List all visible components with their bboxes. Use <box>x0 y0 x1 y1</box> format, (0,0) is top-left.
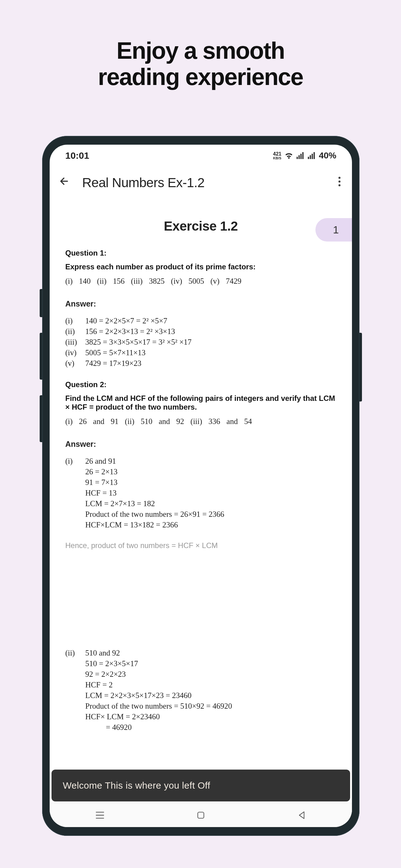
answer-2-ii-l5: Product of the two numbers = 510×92 = 46… <box>85 702 336 711</box>
document-content[interactable]: Exercise 1.2 Question 1: Express each nu… <box>49 200 352 827</box>
answer-1-ii: (ii)156 = 2×2×3×13 = 2² ×3×13 <box>65 327 336 336</box>
signal-icon <box>296 152 304 159</box>
answer-2-i-l1: 26 = 2×13 <box>85 467 336 476</box>
answer-1-iii: (iii)3825 = 3×3×5×5×17 = 3² ×5² ×17 <box>65 338 336 346</box>
svg-point-2 <box>338 184 341 186</box>
exercise-title: Exercise 1.2 <box>65 219 336 234</box>
app-title: Real Numbers Ex-1.2 <box>82 175 324 190</box>
phone-frame: 10:01 421 KB/S 40% <box>42 136 360 836</box>
answer-1-i: (i)140 = 2×2×5×7 = 2² ×5×7 <box>65 316 336 325</box>
answer-2-ii-head: (ii)510 and 92 <box>65 649 336 657</box>
kbs-value: 421 <box>273 152 281 157</box>
answer-2-ii-l4: LCM = 2×2×3×5×17×23 = 23460 <box>85 691 336 700</box>
phone-screen: 10:01 421 KB/S 40% <box>49 145 352 827</box>
phone-side-buttons-left <box>40 289 42 317</box>
home-button[interactable] <box>176 807 226 823</box>
svg-point-0 <box>338 177 341 179</box>
svg-rect-3 <box>198 812 204 818</box>
recent-apps-button[interactable] <box>75 807 125 823</box>
back-nav-button[interactable] <box>277 807 327 823</box>
answer-2-ii-l3: HCF = 2 <box>85 681 336 689</box>
question-2-label: Question 2: <box>65 380 336 389</box>
promo-line1: Enjoy a smooth <box>116 37 285 64</box>
answer-2-i-l3: HCF = 13 <box>85 489 336 497</box>
answer-2-ii-l2: 92 = 2×2×23 <box>85 670 336 679</box>
question-1-label: Question 1: <box>65 249 336 257</box>
wifi-icon <box>285 152 293 159</box>
question-2-items: (i) 26 and 91 (ii) 510 and 92 (iii) 336 … <box>65 417 336 426</box>
status-time: 10:01 <box>65 150 89 161</box>
answer-2-i-l4: LCM = 2×7×13 = 182 <box>85 499 336 508</box>
svg-point-1 <box>338 180 341 183</box>
answer-1-label: Answer: <box>65 299 336 308</box>
answer-1-iv: (iv)5005 = 5×7×11×13 <box>65 348 336 357</box>
battery-text: 40% <box>319 151 336 161</box>
promo-title: Enjoy a smooth reading experience <box>0 0 401 90</box>
kbs-unit: KB/S <box>273 157 281 160</box>
promo-line2: reading experience <box>98 63 303 90</box>
question-1-text: Express each number as product of its pr… <box>65 262 336 271</box>
answer-2-i-head: (i)26 and 91 <box>65 457 336 466</box>
signal-icon-2 <box>308 152 316 159</box>
answer-2-i-l5: Product of the two numbers = 26×91 = 236… <box>85 510 336 519</box>
answer-2-ii-l7: = 46920 <box>106 723 336 732</box>
answer-2-label: Answer: <box>65 440 336 449</box>
system-nav-bar <box>49 803 352 827</box>
answer-2-ii-l6: HCF× LCM = 2×23460 <box>85 712 336 721</box>
answer-2-i-l2: 91 = 7×13 <box>85 478 336 487</box>
question-2-text: Find the LCM and HCF of the following pa… <box>65 394 336 411</box>
status-right: 421 KB/S 40% <box>273 151 336 161</box>
answer-2-i-l6: HCF×LCM = 13×182 = 2366 <box>85 521 336 529</box>
status-bar: 10:01 421 KB/S 40% <box>49 145 352 164</box>
more-options-button[interactable] <box>333 175 346 191</box>
network-speed: 421 KB/S <box>273 152 281 160</box>
hence-note: Hence, product of two numbers = HCF × LC… <box>65 541 336 550</box>
answer-2-ii-l1: 510 = 2×3×5×17 <box>85 659 336 668</box>
phone-side-button-right <box>360 333 362 402</box>
answer-1-v: (v)7429 = 17×19×23 <box>65 359 336 368</box>
app-bar: Real Numbers Ex-1.2 <box>49 164 352 200</box>
back-button[interactable] <box>56 174 73 191</box>
welcome-toast: Welcome This is where you left Off <box>52 770 350 801</box>
question-1-items: (i) 140 (ii) 156 (iii) 3825 (iv) 5005 (v… <box>65 277 336 286</box>
